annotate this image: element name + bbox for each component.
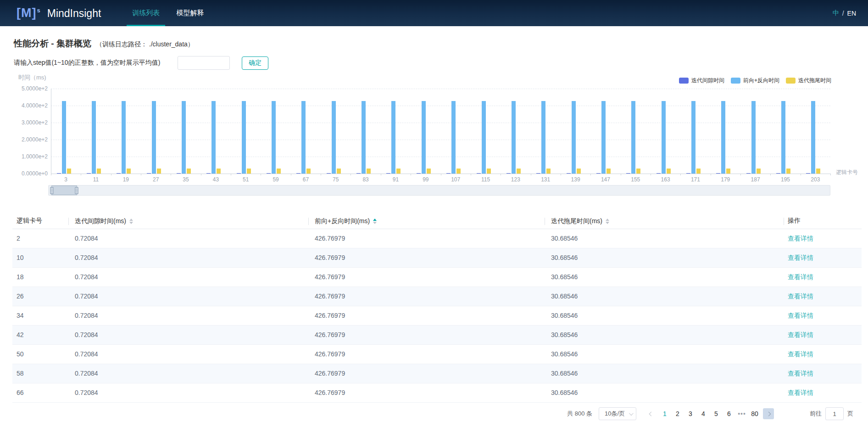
view-details-link[interactable]: 查看详情 [788, 273, 813, 281]
goto-page-group: 前往 页 [810, 407, 853, 420]
prev-page-button[interactable] [645, 408, 657, 419]
data-zoom-right-handle-icon[interactable] [75, 187, 78, 194]
page-number-list: 123456•••80 [658, 410, 761, 417]
column-separator [68, 218, 69, 225]
view-details-link[interactable]: 查看详情 [788, 254, 813, 262]
data-zoom-left-handle-icon[interactable] [50, 187, 54, 194]
cell-card-id: 42 [17, 331, 24, 338]
x-tick-label: 19 [116, 176, 136, 183]
chart-bar-tail [696, 169, 701, 174]
chart-bar-fwd-bwd [662, 101, 666, 174]
legend-item-1[interactable]: 前向+反向时间 [731, 77, 779, 84]
chart-bar-fwd-bwd [332, 101, 336, 174]
cell-fwd-bwd: 426.76979 [315, 331, 345, 338]
col-header-iteration-gap: 迭代间隙时间(ms) [75, 217, 133, 226]
cell-tail: 30.68546 [551, 312, 578, 319]
tab-training-list[interactable]: 训练列表 [124, 0, 168, 26]
cell-card-id: 34 [17, 312, 24, 319]
x-tick-mark [590, 174, 591, 175]
cell-fwd-bwd: 426.76979 [315, 370, 345, 377]
chart-bar-tail [456, 169, 461, 174]
cell-card-id: 58 [17, 370, 24, 377]
view-details-link[interactable]: 查看详情 [788, 235, 813, 243]
page-title-row: 性能分析 - 集群概览 （训练日志路径： ./cluster_data） [14, 38, 194, 50]
goto-page-input[interactable] [825, 407, 844, 420]
table-row: 500.72084426.7697930.68546查看详情 [12, 345, 862, 364]
data-zoom-window[interactable] [51, 186, 77, 195]
table-row: 660.72084426.7697930.68546查看详情 [12, 383, 862, 403]
training-log-path: （训练日志路径： ./cluster_data） [96, 40, 194, 49]
data-zoom-slider[interactable] [48, 185, 830, 196]
column-separator [545, 218, 545, 225]
sort-toggle-iteration-gap[interactable] [129, 217, 133, 226]
next-page-button[interactable] [763, 408, 774, 419]
table-row: 20.72084426.7697930.68546查看详情 [12, 229, 862, 248]
page-number-3[interactable]: 3 [684, 410, 697, 417]
x-tick-mark [261, 174, 261, 175]
chart-bar-tail [427, 169, 431, 174]
page-number-5[interactable]: 5 [710, 410, 723, 417]
view-details-link[interactable]: 查看详情 [788, 389, 813, 397]
app-header: [M]s MindInsight 训练列表 模型解释 中 / EN [0, 0, 868, 26]
x-tick-label: 131 [535, 176, 556, 183]
chart-bar-fwd-bwd [512, 101, 516, 174]
page-number-2[interactable]: 2 [671, 410, 684, 417]
x-tick-label: 195 [775, 176, 796, 183]
chart-bar-tail [306, 169, 311, 174]
legend-item-2[interactable]: 迭代拖尾时间 [786, 77, 831, 84]
chart-bar-fwd-bwd [691, 101, 696, 174]
view-details-link[interactable]: 查看详情 [788, 331, 813, 339]
table-header: 逻辑卡号 迭代间隙时间(ms) 前向+反向时间(ms) 迭代拖尾时 [12, 214, 862, 229]
step-input[interactable] [178, 56, 230, 70]
page-number-4[interactable]: 4 [697, 410, 710, 417]
cell-card-id: 18 [17, 273, 24, 281]
legend-swatch-icon [679, 78, 689, 84]
page-size-select[interactable]: 10条/页 [599, 407, 636, 420]
sort-desc-icon [373, 222, 377, 226]
x-tick-mark [441, 174, 441, 175]
chart-bar-gap [567, 173, 571, 174]
chart-bar-tail [577, 169, 581, 174]
chart-bar-fwd-bwd [781, 101, 785, 174]
cell-fwd-bwd: 426.76979 [315, 350, 345, 358]
cell-fwd-bwd: 426.76979 [315, 235, 345, 242]
page-more-button[interactable]: ••• [735, 410, 748, 417]
total-count-label: 共 800 条 [567, 410, 592, 418]
chart-bar-fwd-bwd [391, 101, 395, 174]
view-details-link[interactable]: 查看详情 [788, 350, 813, 359]
chart-bar-gap [87, 173, 91, 174]
chart-bar-tail [247, 169, 251, 174]
page-number-6[interactable]: 6 [723, 410, 735, 417]
view-details-link[interactable]: 查看详情 [788, 312, 813, 320]
x-tick-mark [201, 174, 201, 175]
view-details-link[interactable]: 查看详情 [788, 370, 813, 378]
cell-iteration-gap: 0.72084 [75, 331, 98, 338]
page-number-1[interactable]: 1 [658, 410, 671, 417]
x-tick-label: 139 [566, 176, 586, 183]
cell-tail: 30.68546 [551, 350, 578, 358]
x-tick-label: 59 [266, 176, 286, 183]
chart-bar-gap [117, 173, 121, 174]
page-number-80[interactable]: 80 [748, 410, 761, 417]
sort-toggle-fwd-bwd[interactable] [373, 217, 377, 226]
x-tick-label: 3 [56, 176, 76, 183]
legend-item-0[interactable]: 迭代间隙时间 [679, 77, 724, 84]
chart-bar-tail [97, 169, 101, 174]
x-tick-label: 179 [715, 176, 735, 183]
x-tick-label: 43 [206, 176, 226, 183]
mindinsight-logo: [M]s MindInsight [17, 6, 101, 20]
lang-en-button[interactable]: EN [847, 10, 856, 17]
lang-zh-button[interactable]: 中 [833, 9, 839, 17]
grid-line [51, 106, 830, 106]
cell-iteration-gap: 0.72084 [75, 235, 98, 242]
x-tick-mark [351, 174, 351, 175]
tab-model-explanation[interactable]: 模型解释 [168, 0, 212, 26]
x-tick-mark [531, 174, 531, 175]
chart-bar-tail [816, 169, 820, 174]
sort-toggle-tail[interactable] [606, 217, 609, 226]
chart-bar-gap [686, 173, 690, 174]
cell-iteration-gap: 0.72084 [75, 370, 98, 377]
x-tick-mark [770, 174, 771, 175]
view-details-link[interactable]: 查看详情 [788, 293, 813, 301]
confirm-button[interactable]: 确定 [242, 56, 268, 70]
